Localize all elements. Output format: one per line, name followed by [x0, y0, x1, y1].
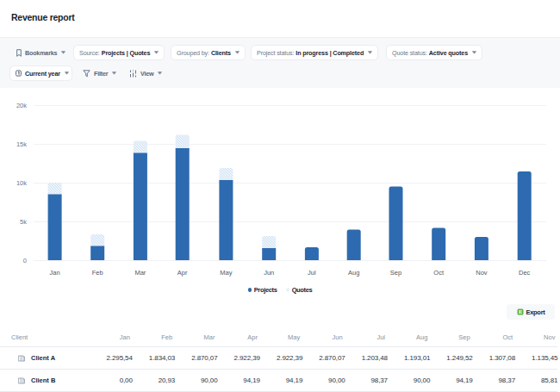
svg-text:10k: 10k — [16, 179, 27, 187]
svg-text:Dec: Dec — [519, 269, 531, 277]
svg-text:Nov: Nov — [476, 269, 488, 277]
svg-text:Sep: Sep — [390, 269, 401, 277]
svg-text:Mar: Mar — [134, 269, 146, 277]
svg-text:May: May — [220, 269, 232, 277]
svg-text:5k: 5k — [20, 218, 27, 226]
svg-text:Apr: Apr — [177, 269, 188, 277]
svg-text:0: 0 — [23, 257, 27, 264]
svg-text:Feb: Feb — [92, 269, 103, 277]
svg-text:Aug: Aug — [348, 269, 359, 277]
svg-text:Jan: Jan — [50, 269, 60, 277]
svg-text:20k: 20k — [16, 102, 27, 109]
svg-text:Jun: Jun — [264, 269, 274, 277]
svg-text:15k: 15k — [16, 140, 27, 148]
svg-text:Jul: Jul — [308, 269, 316, 277]
svg-text:Oct: Oct — [433, 269, 445, 277]
